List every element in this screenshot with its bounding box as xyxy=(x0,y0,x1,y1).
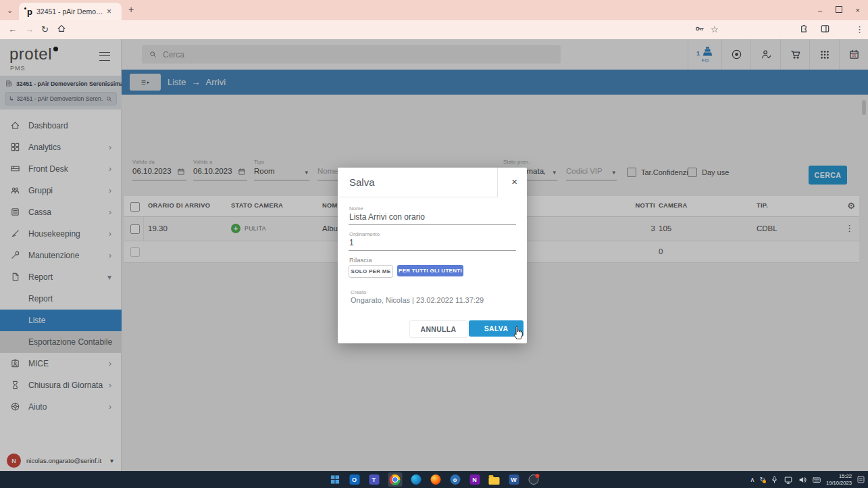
page-viewport: protel PMS 32451 - pAir Demoversion Sere… xyxy=(0,39,868,471)
ordinamento-underline xyxy=(349,250,516,251)
new-tab-button[interactable]: + xyxy=(128,4,134,15)
nome-label: Nome xyxy=(349,205,363,212)
windows-taskbar: O T o N W ∧ ↻ 15:22 19/10/2023 xyxy=(0,471,868,488)
bookmark-star-button[interactable]: ☆ xyxy=(711,24,719,34)
start-button[interactable] xyxy=(329,474,340,485)
rilascia-label: Rilascia xyxy=(349,256,372,264)
back-button[interactable]: ← xyxy=(8,24,17,34)
creato-value: Ongarato, Nicolas | 23.02.2022 11.37:29 xyxy=(351,296,484,304)
forward-button[interactable]: → xyxy=(25,24,34,34)
salva-dialog: Salva × Nome Lista Arrivi con orario Ord… xyxy=(338,168,527,343)
window-close-button[interactable]: × xyxy=(856,6,860,14)
folder-icon xyxy=(489,477,500,485)
taskbar-outlook-classic[interactable]: o xyxy=(449,474,461,485)
windows-logo-icon xyxy=(330,474,340,485)
taskbar-edge[interactable] xyxy=(410,474,422,485)
tab-close-icon[interactable]: × xyxy=(107,7,111,16)
side-panel-button[interactable] xyxy=(820,24,830,36)
outlook-classic-icon: o xyxy=(450,474,460,485)
onenote-icon: N xyxy=(469,474,480,485)
tray-expand-icon[interactable]: ∧ xyxy=(750,476,755,483)
taskbar-chrome-active[interactable] xyxy=(388,472,402,487)
protel-favicon: p xyxy=(27,7,32,17)
system-tray: ∧ ↻ 15:22 19/10/2023 xyxy=(750,471,865,488)
taskbar-onenote[interactable]: N xyxy=(469,474,480,485)
edge-icon xyxy=(411,474,421,485)
firefox-icon xyxy=(430,474,440,485)
tab-search-icon[interactable]: ⌄ xyxy=(7,6,13,15)
reload-button[interactable]: ↻ xyxy=(41,24,49,34)
creato-label: Creato xyxy=(351,289,366,295)
password-key-button[interactable] xyxy=(694,24,705,36)
key-icon xyxy=(694,24,705,34)
maximize-icon xyxy=(836,6,842,13)
ordinamento-input[interactable]: 1 xyxy=(349,238,354,247)
obs-icon xyxy=(528,474,538,485)
dialog-close-button[interactable]: × xyxy=(511,176,517,187)
clock-time: 15:22 xyxy=(826,473,852,480)
touch-keyboard-icon[interactable] xyxy=(812,475,821,485)
mouse-cursor-pointer xyxy=(512,326,525,343)
browser-menu-button[interactable]: ⋮ xyxy=(855,24,864,34)
sync-icon[interactable]: ↻ xyxy=(760,476,765,483)
ordinamento-label: Ordinamento xyxy=(349,231,380,237)
solo-per-me-toggle[interactable]: SOLO PER ME xyxy=(349,265,393,278)
taskbar-obs[interactable] xyxy=(528,474,539,485)
screen: ⌄ p 32451 - pAir Demoversion Ser × + – ×… xyxy=(0,0,868,488)
taskbar-teams[interactable]: T xyxy=(368,474,380,485)
tab-title: 32451 - pAir Demoversion Ser xyxy=(36,7,104,16)
window-maximize-button[interactable] xyxy=(836,6,842,14)
browser-tab-strip: ⌄ p 32451 - pAir Demoversion Ser × + – × xyxy=(0,0,868,20)
notification-center-icon[interactable] xyxy=(857,475,865,484)
browser-tab[interactable]: p 32451 - pAir Demoversion Ser × xyxy=(19,3,122,20)
teams-icon: T xyxy=(369,474,379,485)
extensions-button[interactable] xyxy=(798,24,809,36)
outlook-icon: O xyxy=(349,474,359,485)
taskbar-file-explorer[interactable] xyxy=(488,474,500,485)
taskbar-clock[interactable]: 15:22 19/10/2023 xyxy=(826,473,852,487)
home-button[interactable] xyxy=(57,24,66,35)
scrollbar-thumb[interactable] xyxy=(862,100,866,115)
home-icon xyxy=(57,24,66,33)
per-tutti-gli-utenti-toggle[interactable]: PER TUTTI GLI UTENTI xyxy=(397,265,463,276)
speaker-icon[interactable] xyxy=(798,475,807,485)
network-monitor-icon[interactable] xyxy=(784,475,793,485)
window-minimize-button[interactable]: – xyxy=(818,6,822,14)
clock-date: 19/10/2023 xyxy=(826,480,852,487)
annulla-button[interactable]: ANNULLA xyxy=(409,320,467,338)
nome-underline xyxy=(349,224,516,225)
browser-toolbar: ← → ↻ app.protel.net/pms/reporting/lists… xyxy=(0,20,868,40)
puzzle-icon xyxy=(798,24,809,34)
dialog-title: Salva xyxy=(349,176,375,188)
chrome-icon xyxy=(390,474,401,485)
microphone-icon[interactable] xyxy=(770,475,779,485)
taskbar-outlook[interactable]: O xyxy=(349,474,360,485)
word-icon: W xyxy=(509,474,519,485)
taskbar-firefox[interactable] xyxy=(430,474,441,485)
nome-input[interactable]: Lista Arrivi con orario xyxy=(349,212,425,222)
taskbar-word[interactable]: W xyxy=(508,474,519,485)
side-panel-icon xyxy=(820,24,830,34)
